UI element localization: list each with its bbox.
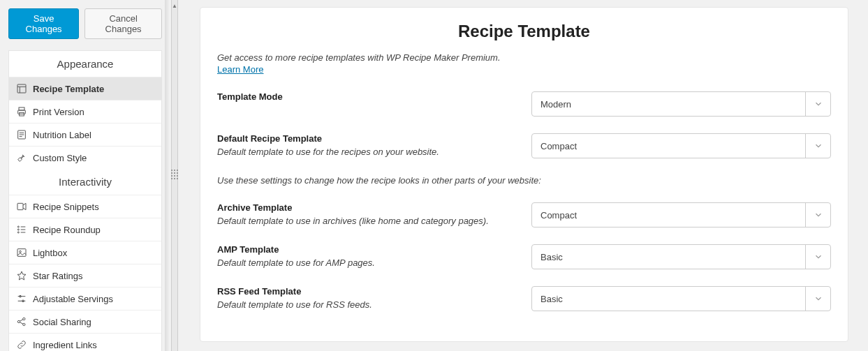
sidebar-item-label: Recipe Template xyxy=(33,84,104,94)
share-icon xyxy=(16,316,27,327)
field-label: Template Mode xyxy=(217,91,517,102)
cancel-button[interactable]: Cancel Changes xyxy=(84,8,162,39)
star-icon xyxy=(16,270,27,281)
field-label: AMP Template xyxy=(217,244,517,255)
wrench-icon xyxy=(16,152,27,163)
sidebar-item-star-ratings[interactable]: Star Ratings xyxy=(9,264,161,287)
sidebar-item-nutrition-label[interactable]: Nutrition Label xyxy=(9,123,161,146)
template-icon xyxy=(16,83,27,94)
sidebar-item-label: Recipe Snippets xyxy=(33,202,99,212)
nutrition-icon xyxy=(16,129,27,140)
sidebar: Save Changes Cancel Changes Appearance R… xyxy=(0,0,169,351)
main-content: Recipe Template Get access to more recip… xyxy=(180,0,868,351)
promo-text: Get access to more recipe templates with… xyxy=(217,52,831,63)
action-bar: Save Changes Cancel Changes xyxy=(8,8,162,39)
sidebar-item-label: Print Version xyxy=(33,107,84,117)
svg-rect-17 xyxy=(17,249,26,257)
sidebar-panel: Appearance Recipe Template Print Version… xyxy=(8,50,162,351)
field-desc: Default template to use in archives (lik… xyxy=(217,216,517,226)
save-button[interactable]: Save Changes xyxy=(8,8,79,39)
page-title: Recipe Template xyxy=(217,22,831,41)
chevron-down-icon xyxy=(805,203,830,227)
sidebar-item-label: Social Sharing xyxy=(33,317,91,327)
image-icon xyxy=(16,247,27,258)
field-archive-template: Archive Template Default template to use… xyxy=(217,202,831,227)
sidebar-item-label: Recipe Roundup xyxy=(33,225,101,235)
splitter[interactable]: ▲ xyxy=(169,0,180,351)
field-desc: Default template to use for AMP pages. xyxy=(217,257,517,268)
splitter-grip-icon xyxy=(171,168,178,184)
field-rss-template: RSS Feed Template Default template to us… xyxy=(217,286,831,311)
chevron-down-icon xyxy=(805,92,830,116)
select-value: Compact xyxy=(540,141,577,151)
sidebar-section-appearance: Appearance xyxy=(9,51,161,77)
sidebar-item-custom-style[interactable]: Custom Style xyxy=(9,146,161,169)
svg-rect-3 xyxy=(19,107,24,110)
sidebar-item-recipe-snippets[interactable]: Recipe Snippets xyxy=(9,195,161,218)
chevron-down-icon xyxy=(805,287,830,311)
sidebar-item-label: Adjustable Servings xyxy=(33,294,113,304)
svg-point-23 xyxy=(17,320,20,322)
sidebar-item-lightbox[interactable]: Lightbox xyxy=(9,241,161,264)
svg-point-25 xyxy=(23,323,25,325)
select-value: Compact xyxy=(540,210,577,221)
link-icon xyxy=(16,339,27,350)
sidebar-section-interactivity: Interactivity xyxy=(9,169,161,195)
field-label: RSS Feed Template xyxy=(217,286,517,297)
print-icon xyxy=(16,106,27,117)
sidebar-item-recipe-template[interactable]: Recipe Template xyxy=(9,77,161,100)
archive-template-select[interactable]: Compact xyxy=(531,202,831,227)
sidebar-item-label: Star Ratings xyxy=(33,271,83,281)
sidebar-item-label: Lightbox xyxy=(33,248,67,258)
svg-point-11 xyxy=(17,226,19,227)
field-template-mode: Template Mode Modern xyxy=(217,91,831,117)
settings-card: Recipe Template Get access to more recip… xyxy=(200,7,848,342)
chevron-down-icon xyxy=(805,245,830,269)
sidebar-item-print-version[interactable]: Print Version xyxy=(9,100,161,123)
sidebar-item-social-sharing[interactable]: Social Sharing xyxy=(9,310,161,333)
select-value: Basic xyxy=(540,294,563,304)
svg-point-18 xyxy=(20,251,22,253)
field-label: Archive Template xyxy=(217,202,517,213)
amp-template-select[interactable]: Basic xyxy=(531,244,831,269)
svg-line-27 xyxy=(20,322,23,324)
snippet-icon xyxy=(16,201,27,212)
sidebar-item-label: Ingredient Links xyxy=(33,340,97,350)
svg-point-24 xyxy=(23,318,25,320)
rss-template-select[interactable]: Basic xyxy=(531,286,831,311)
sidebar-item-adjustable-servings[interactable]: Adjustable Servings xyxy=(9,287,161,310)
select-value: Basic xyxy=(540,252,563,262)
svg-rect-10 xyxy=(17,203,23,209)
chevron-down-icon xyxy=(805,134,830,158)
sidebar-item-label: Nutrition Label xyxy=(33,130,91,140)
svg-rect-0 xyxy=(17,84,26,93)
field-desc: Default template to use for the recipes … xyxy=(217,147,517,157)
svg-point-12 xyxy=(17,229,19,230)
svg-point-13 xyxy=(17,232,19,233)
intersettings-note: Use these settings to change how the rec… xyxy=(217,175,831,186)
sidebar-item-label: Custom Style xyxy=(33,153,87,163)
svg-line-26 xyxy=(20,320,23,322)
template-mode-select[interactable]: Modern xyxy=(531,91,831,117)
field-desc: Default template to use for RSS feeds. xyxy=(217,299,517,310)
sidebar-item-ingredient-links[interactable]: Ingredient Links xyxy=(9,333,161,351)
select-value: Modern xyxy=(540,99,571,110)
chevron-up-icon: ▲ xyxy=(172,3,177,9)
learn-more-link[interactable]: Learn More xyxy=(217,64,263,75)
field-amp-template: AMP Template Default template to use for… xyxy=(217,244,831,269)
field-default-template: Default Recipe Template Default template… xyxy=(217,133,831,158)
sliders-icon xyxy=(16,293,27,304)
field-label: Default Recipe Template xyxy=(217,133,517,144)
default-template-select[interactable]: Compact xyxy=(531,133,831,158)
list-icon xyxy=(16,224,27,235)
sidebar-item-recipe-roundup[interactable]: Recipe Roundup xyxy=(9,218,161,241)
